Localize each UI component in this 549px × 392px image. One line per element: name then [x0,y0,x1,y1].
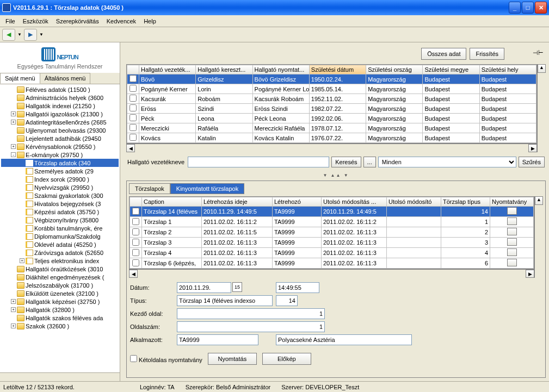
back-button[interactable]: ◀ [2,29,15,41]
time-input[interactable] [276,282,319,293]
employee-name-input[interactable] [276,334,412,345]
table-row[interactable]: Törzslap 32011.02.02. 16:11:3TA99992011.… [130,238,534,248]
table-row[interactable]: ErössSzindiEröss Szindi1982.07.22.Magyar… [127,104,536,114]
all-data-button[interactable]: Összes adat [421,48,466,60]
table-row[interactable]: Pogányné KernerLorinPogányné Kerner Lo19… [127,84,536,94]
table-row[interactable]: PéckLeonaPéck Leona1992.02.06.Magyarorsz… [127,114,536,123]
nav-toolbar: ◀▼ ▶▼ [0,27,549,42]
table-row[interactable]: Törzslap 12011.02.02. 16:11:2TA99992011.… [130,217,534,227]
tree-item[interactable]: +Adatintegritásellenőrzés (2685 [1,118,119,126]
tree-item[interactable]: Oklevél adatai (45250 ) [1,240,119,248]
grid2-v-scrollbar[interactable]: ▲ [534,196,543,278]
tree-item[interactable]: Diákhitel engedményezések ( [1,273,119,281]
title-bar: V2011.6.29.1 : Törzslap adatok (34050 ) … [0,0,549,15]
type-input[interactable] [177,295,273,306]
status-records: Letöltve 12 / 52133 rekord. [3,384,75,390]
status-bar: Letöltve 12 / 52133 rekord. Loginnév: TA… [0,381,549,392]
twosided-checkbox[interactable]: Kétoldalas nyomtatvány [130,355,202,363]
tree-item[interactable]: Jelszószabályok (31700 ) [1,281,119,289]
tree-item[interactable]: Elküldött üzenetek (32100 ) [1,289,119,297]
tree-item[interactable]: Index sorok (29900 ) [1,175,119,183]
table-row[interactable]: KacsurákRoboámKacsurák Roboám1952.11.02.… [127,94,536,104]
menu-file[interactable]: File [2,17,18,26]
tree-item[interactable]: +Hallgatók (32800 ) [1,306,119,314]
tree-item[interactable]: Hallgatói óraütközések (3010 [1,265,119,273]
table-row[interactable]: Törzslap 42011.02.02. 16:11:3TA99992011.… [130,248,534,258]
status-login: Loginnév: TA [140,384,175,390]
maximize-button[interactable]: □ [522,2,534,14]
tree-item[interactable]: -E-okmányok (29750 ) [1,151,119,159]
sheets-grid[interactable]: CaptionLétrehozás idejeLétrehozóUtolsó m… [129,196,534,269]
pagecount-label: Oldalszám: [130,323,174,330]
pagecount-input[interactable] [177,321,325,332]
menu-role[interactable]: Szerepkörváltás [53,17,102,26]
grid1-h-scrollbar[interactable]: ◀▶ [126,144,537,152]
tree-item[interactable]: Végbizonyítvány (35800 [1,216,119,224]
filter-dropdown[interactable]: Minden [378,157,516,167]
collapse-handle[interactable]: ▼ ▲▲ ▼ [126,172,546,178]
pin-icon[interactable]: ⊣⊢ [533,49,541,58]
filter-button[interactable]: Szűrés [519,157,545,167]
tree-item[interactable]: +Kérvénysablonok (29550 ) [1,142,119,151]
tree-item[interactable]: +Hallgatói igazolások (21300 ) [1,110,119,118]
left-pane: NEPTUN Egységes Tanulmányi Rendszer Sajá… [0,42,120,381]
tree-item[interactable]: Nyelvvizsgák (29950 ) [1,183,119,191]
tree-item[interactable]: Képzési adatok (35750 ) [1,208,119,216]
detail-form: Dátum: 15 Típus: Kezdő oldal: Oldalszám: [129,280,543,347]
startpage-input[interactable] [177,308,325,319]
tab-printed-sheets[interactable]: Kinyomtatott törzslapok [170,183,244,194]
minimize-button[interactable]: _ [509,2,521,14]
refresh-button[interactable]: Frissítés [470,48,504,60]
menu-help[interactable]: Help [140,17,159,26]
tree-item[interactable]: Féléves adatok (11500 ) [1,85,119,94]
print-button[interactable]: Nyomtatás [208,353,257,365]
grid2-h-scrollbar[interactable]: ◀▶ [129,269,534,278]
employee-label: Alkalmazott: [130,337,174,343]
table-row[interactable]: Törzslap 22011.02.02. 16:11:5TA99992011.… [130,227,534,238]
window-title: V2011.6.29.1 : Törzslap adatok (34050 ) [13,4,508,11]
table-row[interactable]: KovácsKatalinKovács Katalin1976.07.22.Ma… [127,133,536,143]
tree-item[interactable]: Szakmai gyakorlatok (300 [1,191,119,200]
tree-item[interactable]: Korábbi tanulmányok, ére [1,224,119,232]
tree-item[interactable]: +Teljes elektronikus index [1,257,119,265]
table-row[interactable]: MereczickiRafáélaMereczicki Rafáéla1978.… [127,123,536,133]
table-row[interactable]: Törzslap 14 (féléves2010.11.29. 14:49:5T… [130,207,534,217]
tree-item[interactable]: Adminisztrációs helyek (3600 [1,94,119,102]
students-grid[interactable]: Hallgató vezeték...Hallgató kereszt...Ha… [126,64,537,144]
tree-item[interactable]: Lejelentett adathibák (29450 [1,134,119,142]
tab-own-menu[interactable]: Saját menü [0,73,40,84]
browse-button[interactable]: ... [363,157,376,167]
filter-input[interactable] [188,157,329,167]
tree-view[interactable]: Féléves adatok (11500 )Adminisztrációs h… [0,84,120,372]
menu-tools[interactable]: Eszközök [20,17,52,26]
grid1-v-scrollbar[interactable]: ▲ [537,64,546,152]
tree-h-scrollbar[interactable] [0,372,120,381]
employee-code-input[interactable] [177,334,258,345]
tree-item[interactable]: Diplomamunka/Szakdolg [1,232,119,240]
tree-item[interactable]: Záróvizsga adatok (52650 [1,248,119,257]
tree-item[interactable]: Hallgatók szakos féléves ada [1,314,119,322]
table-row[interactable]: Törzslap 6 (képzés,2011.02.02. 16:11:3TA… [130,258,534,269]
type-num-input[interactable] [276,295,298,306]
menu-fav[interactable]: Kedvencek [103,17,139,26]
search-button[interactable]: Keresés [331,157,361,167]
tree-item[interactable]: +Szakok (32600 ) [1,322,119,330]
date-input[interactable] [177,282,231,293]
tab-sheets[interactable]: Törzslapok [129,183,170,194]
close-button[interactable]: ✕ [535,2,547,14]
tab-general-menu[interactable]: Általános menü [40,73,91,84]
tree-item[interactable]: Hivatalos bejegyzések (3 [1,200,119,208]
forward-button[interactable]: ▶ [24,29,37,41]
brand-subtitle: Egységes Tanulmányi Rendszer [3,63,116,70]
preview-button[interactable]: Előkép [262,353,311,365]
calendar-button[interactable]: 15 [232,282,242,292]
startpage-label: Kezdő oldal: [130,310,174,317]
app-icon [2,3,11,12]
tree-item[interactable]: Ujjlenyomat beolvasás (29300 [1,126,119,134]
tree-item[interactable]: Személyes adatok (29 [1,167,119,175]
tree-item[interactable]: Hallgatók indexei (21250 ) [1,102,119,110]
tree-item[interactable]: +Hallgatók képzései (32750 ) [1,297,119,306]
table-row[interactable]: BövöGrizeldiszBövö Grizeldisz1950.02.24.… [127,74,536,84]
detail-panel: Törzslapok Kinyomtatott törzslapok Capti… [126,181,546,378]
tree-item[interactable]: Törzslap adatok (340 [1,159,119,167]
